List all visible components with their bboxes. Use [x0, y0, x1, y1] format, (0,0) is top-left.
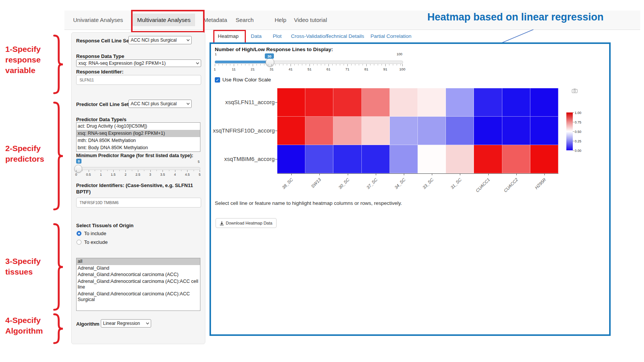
tab-data[interactable]: Data — [251, 33, 262, 39]
predictor-data-type-option[interactable]: bmt: Body DNA 850K Methylation — [77, 144, 200, 151]
predictor-data-type-option[interactable]: mth: DNA 850K Methylation — [77, 137, 200, 144]
response-cell-line-set-select[interactable]: ACC NCI plus Surgical — [128, 36, 192, 44]
heatmap-cell[interactable] — [502, 88, 530, 117]
heatmap-cell[interactable] — [530, 145, 558, 173]
response-lines-slider-tick — [298, 64, 299, 66]
predictor-cell-line-set-value: ACC NCI plus Surgical — [131, 101, 177, 106]
heatmap-cell[interactable] — [530, 88, 558, 117]
heatmap-cell[interactable] — [390, 117, 418, 145]
radio-to-include-label: To include — [84, 231, 106, 236]
heatmap-col-label[interactable]: 38_SC — [272, 177, 294, 199]
tissue-option[interactable]: all — [77, 258, 200, 265]
predictor-data-type-option[interactable]: act: Drug Activity (-log10[IC50M]) — [77, 123, 200, 130]
heatmap-col-label[interactable]: 37_SC — [356, 177, 378, 199]
heatmap-cell[interactable] — [390, 145, 418, 173]
heatmap-cell[interactable] — [418, 145, 446, 173]
tab-cross-validation[interactable]: Cross-Validation — [291, 33, 328, 39]
heatmap-col-label[interactable]: H295R — [525, 177, 547, 199]
heatmap-row-label[interactable]: xsqTMBIM6_accorg — [213, 156, 275, 162]
response-lines-slider-tick — [402, 64, 403, 66]
heatmap-cell[interactable] — [502, 117, 530, 145]
row-color-scale-checkbox[interactable]: ✓ — [215, 77, 220, 83]
heatmap-col-label[interactable]: CUACC2 — [497, 177, 519, 199]
response-lines-slider-tick — [238, 64, 238, 66]
tissues-listbox[interactable]: allAdrenal_GlandAdrenal_Gland:Adrenocort… — [76, 258, 200, 311]
heatmap-cell[interactable] — [362, 145, 390, 173]
response-lines-slider-tick — [344, 64, 344, 66]
mini-slider-tick — [82, 170, 83, 171]
algorithm-select[interactable]: Linear Regression — [101, 319, 151, 328]
response-lines-slider-tick — [317, 64, 317, 66]
heatmap-col-label[interactable]: 33_SC — [413, 177, 435, 199]
heatmap-col-label[interactable]: 31_SC — [441, 177, 463, 199]
tissue-option[interactable]: Adrenal_Gland:Adrenocortical carcinoma (… — [77, 291, 200, 303]
heatmap-col-label[interactable]: SW13 — [300, 177, 322, 199]
tissue-option[interactable]: Adrenal_Gland:Adrenocortical carcinoma (… — [77, 272, 200, 278]
heatmap-cell[interactable] — [474, 117, 502, 145]
annotation-brace-3 — [52, 223, 64, 311]
predictor-cell-line-set-select[interactable]: ACC NCI plus Surgical — [128, 100, 192, 108]
tissue-option[interactable]: Adrenal_Gland — [77, 265, 200, 272]
response-lines-slider-tick — [283, 64, 283, 66]
mini-slider-tick — [132, 170, 132, 171]
response-lines-slider-tick — [381, 64, 382, 66]
heatmap-cell[interactable] — [446, 145, 474, 173]
heatmap-cell[interactable] — [333, 88, 361, 117]
heatmap-col-label[interactable]: 30_SC — [328, 177, 350, 199]
camera-icon[interactable] — [572, 88, 578, 93]
response-identifier-input[interactable]: SLFN11 — [76, 75, 201, 85]
mini-slider-handle[interactable] — [74, 165, 82, 173]
response-lines-slider-tick — [374, 64, 374, 66]
predictor-identifiers-input[interactable]: TNFRSF10D TMBIM6 — [76, 198, 201, 208]
tab-heatmap[interactable]: Heatmap — [218, 33, 239, 39]
heatmap-cell[interactable] — [305, 145, 333, 173]
tab-technical-details[interactable]: Technical Details — [326, 33, 364, 39]
nav-item-multivariate-analyses[interactable]: Multivariate Analyses — [133, 14, 195, 26]
response-lines-slider-tick — [313, 64, 314, 66]
heatmap-cell[interactable] — [446, 117, 474, 145]
radio-to-include[interactable] — [77, 231, 81, 236]
radio-to-exclude[interactable] — [77, 240, 81, 245]
heatmap-cell[interactable] — [305, 88, 333, 117]
nav-item-help[interactable]: Help — [275, 17, 286, 23]
download-heatmap-data-button[interactable]: Download Heatmap Data — [216, 218, 277, 228]
heatmap-cell[interactable] — [362, 88, 390, 117]
heatmap-cell[interactable] — [474, 145, 502, 173]
heatmap-cell[interactable] — [333, 145, 361, 173]
tab-partial-correlation[interactable]: Partial Correlation — [370, 33, 411, 39]
heatmap-cell[interactable] — [418, 88, 446, 117]
tab-plot[interactable]: Plot — [273, 33, 281, 39]
heatmap-col-label[interactable]: 34_SC — [384, 177, 406, 199]
tissue-option[interactable]: Adrenal_Gland:Adrenocortical carcinoma (… — [77, 278, 200, 291]
predictor-data-type-option[interactable]: xsq: RNA-seq Expression (log2 FPKM+1) — [77, 130, 200, 137]
predictor-data-types-listbox[interactable]: act: Drug Activity (-log10[IC50M])xsq: R… — [76, 122, 200, 152]
nav-item-metadata[interactable]: Metadata — [203, 17, 227, 23]
mini-slider-tick — [156, 170, 157, 171]
heatmap-cell[interactable] — [333, 117, 361, 145]
mini-slider-track[interactable] — [76, 167, 200, 170]
nav-item-video-tutorial[interactable]: Video tutorial — [294, 17, 327, 23]
response-cell-line-set-value: ACC NCI plus Surgical — [131, 37, 177, 43]
heatmap-row-label[interactable]: xsqTNFRSF10D_accorg — [213, 127, 275, 134]
heatmap-cell[interactable] — [362, 117, 390, 145]
colorbar-tick — [573, 150, 574, 151]
heatmap-cell[interactable] — [446, 88, 474, 117]
heatmap-cell[interactable] — [530, 117, 558, 145]
heatmap-col-tick — [544, 174, 545, 175]
response-lines-slider-handle[interactable] — [266, 58, 274, 67]
heatmap-cell[interactable] — [277, 88, 305, 117]
heatmap-col-label[interactable]: CUACC1 — [469, 177, 491, 199]
mini-slider-tick-label: 0 — [75, 173, 77, 176]
heatmap-cell[interactable] — [390, 88, 418, 117]
heatmap-cell[interactable] — [418, 117, 446, 145]
nav-item-search[interactable]: Search — [236, 17, 254, 23]
heatmap-cell[interactable] — [277, 145, 305, 173]
nav-item-univariate-analyses[interactable]: Univariate Analyses — [73, 17, 123, 23]
heatmap-row-label[interactable]: xsqSLFN11_accorg — [213, 99, 275, 105]
heatmap-cell[interactable] — [305, 117, 333, 145]
heatmap-cell[interactable] — [277, 117, 305, 145]
heatmap-cell[interactable] — [474, 88, 502, 117]
response-lines-slider-tick — [355, 64, 355, 66]
heatmap-cell[interactable] — [502, 145, 530, 173]
response-data-type-select[interactable]: xsq: RNA-seq Expression (log2 FPKM+1) — [76, 59, 201, 67]
